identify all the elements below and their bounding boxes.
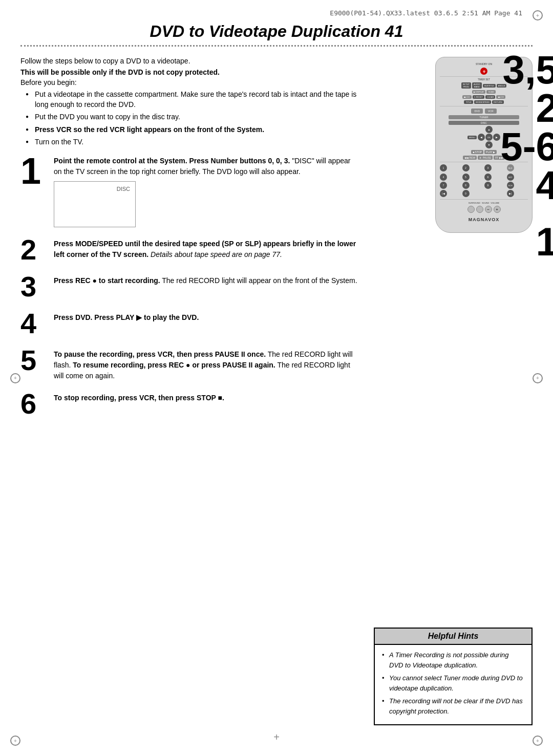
disc-display-box: DISC <box>54 181 136 227</box>
right-column: STANDBY·ON ⏻ TIMER SET SETUPPROG AUDIOBA… <box>369 57 533 426</box>
remote-pause-btn: ⏸ PAUSE <box>478 156 493 160</box>
list-item-bold: Press VCR so the red VCR light appears o… <box>26 125 358 135</box>
remote-btn-3: 3 <box>484 164 492 171</box>
remote-vol-down-btn: − <box>485 206 492 213</box>
step-6: 6 To stop recording, press VCR, then pre… <box>20 390 358 418</box>
remote-up-btn: ▲ <box>485 126 493 133</box>
helpful-hints-box: Helpful Hints A Timer Recording is not p… <box>374 628 533 725</box>
bottom-crosshair: + <box>273 731 280 743</box>
step-5: 5 To pause the recording, press VCR, the… <box>20 346 358 381</box>
list-item: Put the DVD you want to copy in the disc… <box>26 112 358 122</box>
crop-mark-bottom-left: + <box>10 736 20 746</box>
step-number-3: 3 <box>20 272 46 301</box>
step-3: 3 Press REC ● to start recording. The re… <box>20 272 358 301</box>
remote-display-btn: ▶ DISPLAY <box>472 90 486 94</box>
remote-btn-6: 6 <box>484 174 492 181</box>
main-content: Follow the steps below to copy a DVD to … <box>0 47 553 426</box>
crop-mark-mid-right: + <box>533 373 543 383</box>
remote-creset-btn: C.RESET <box>473 95 484 99</box>
remote-brand: MAGNAVOX <box>440 217 528 222</box>
step-number-4: 4 <box>20 309 46 338</box>
file-header: E9000(P01-54).QX33.latest 03.6.5 2:51 AM… <box>0 0 553 17</box>
hint-item-1: A Timer Recording is not possible during… <box>382 650 524 670</box>
remote-menu-btn: MENU <box>467 136 477 139</box>
step-4: 4 Press DVD. Press PLAY ▶ to play the DV… <box>20 309 358 338</box>
remote-title-btn: TITLE <box>464 100 473 104</box>
remote-tuner-btn: TUNER <box>449 115 519 119</box>
file-info-text: E9000(P01-54).QX33.latest 03.6.5 2:51 AM… <box>330 9 522 17</box>
before-begin-list: Put a videotape in the cassette compartm… <box>20 90 358 147</box>
step-3-content: Press REC ● to start recording. The red … <box>54 272 358 286</box>
remote-btn-prev-track: |◀ <box>440 190 447 197</box>
step-number-1: 1 <box>20 153 46 189</box>
crop-mark-top-right: + <box>533 10 543 20</box>
intro-line3: Before you begin: <box>20 78 358 87</box>
remote-scan-btn: SCAN <box>486 90 496 94</box>
step-2: 2 Press MODE/SPEED until the desired tap… <box>20 235 358 264</box>
hint-item-2: You cannot select Tuner mode during DVD … <box>382 673 524 693</box>
remote-left-btn: ◀ <box>478 134 485 141</box>
intro-line1: Follow the steps below to copy a DVD to … <box>20 57 358 65</box>
remote-return-btn: RETURN <box>492 100 504 104</box>
remote-sound-btn <box>476 206 483 213</box>
step-number-5: 5 <box>20 346 46 375</box>
disc-label: DISC <box>117 185 130 193</box>
remote-down-btn: ▼ <box>485 141 493 148</box>
remote-btn-1: 1 <box>440 164 447 171</box>
remote-play-btn: PLAY ▶ <box>484 150 497 154</box>
step-1-text: Point the remote control at the System. … <box>54 157 350 176</box>
crop-mark-bottom-right: + <box>533 736 543 746</box>
remote-disc-btn: DISC <box>449 121 519 125</box>
steps-container: 1 Point the remote control at the System… <box>20 153 358 418</box>
remote-rew-btn: ◀◀ REW <box>463 156 477 160</box>
remote-right-btn: ▶ <box>493 134 500 141</box>
helpful-hints-body: A Timer Recording is not possible during… <box>375 645 531 724</box>
remote-control: STANDBY·ON ⏻ TIMER SET SETUPPROG AUDIOBA… <box>435 57 533 233</box>
remote-btn-8: 8 <box>462 182 470 189</box>
remote-btn-9: 9 <box>484 182 492 189</box>
list-item: Turn on the TV. <box>26 137 358 147</box>
remote-modespeed-btn: MODE/SPEED <box>474 100 491 104</box>
remote-angle-btn: ANGLE <box>497 84 507 88</box>
remote-stop-btn: ■ STOP <box>471 150 483 154</box>
crop-mark-mid-left: + <box>10 373 20 383</box>
remote-btn-next-track: ▶| <box>507 190 514 197</box>
step-1-content: Point the remote control at the System. … <box>54 153 358 227</box>
remote-ok-btn: OK <box>485 134 493 141</box>
remote-standby-btn: ⏻ <box>480 68 487 75</box>
remote-btn-7: 7 <box>440 182 447 189</box>
step-2-content: Press MODE/SPEED until the desired tape … <box>54 235 358 260</box>
remote-btn-4: 4 <box>440 174 447 181</box>
remote-btn-search: SCH <box>507 182 514 189</box>
step-1: 1 Point the remote control at the System… <box>20 153 358 227</box>
remote-audio-btn: AUDIOBAND <box>472 82 482 89</box>
step-6-content: To stop recording, press VCR, then press… <box>54 390 358 403</box>
remote-skip-next-btn: ⏭ CH <box>496 95 505 99</box>
remote-vcr-btn: VCR <box>485 109 497 114</box>
remote-vol-up-btn: + <box>494 206 501 213</box>
intro-line2: This will be possible only if the DVD is… <box>20 68 358 76</box>
step-number-6: 6 <box>20 390 46 418</box>
remote-dvd-btn: DVD <box>471 109 483 114</box>
step-5-content: To pause the recording, press VCR, then … <box>54 346 358 381</box>
helpful-hints-list: A Timer Recording is not possible during… <box>382 650 524 716</box>
hint-item-3: The recording will not be clear if the D… <box>382 696 524 716</box>
remote-btn-slide: SLD <box>507 164 514 171</box>
remote-btn-5: 5 <box>462 174 470 181</box>
remote-btn-0: 0 <box>462 190 470 197</box>
remote-skip-prev-btn: ⏮ CH <box>462 95 472 99</box>
remote-subtitle-btn: SUBTITLE <box>483 84 496 88</box>
remote-btn-2: 2 <box>462 164 470 171</box>
left-column: Follow the steps below to copy a DVD to … <box>20 57 358 426</box>
remote-clear-btn: CLEAR <box>485 95 495 99</box>
helpful-hints-title: Helpful Hints <box>375 629 531 645</box>
list-item: Put a videotape in the cassette compartm… <box>26 90 358 110</box>
remote-btn-sort: SRT <box>507 174 514 181</box>
remote-setup-btn: SETUPPROG <box>461 82 471 89</box>
remote-surround-btn <box>467 206 475 213</box>
step-4-content: Press DVD. Press PLAY ▶ to play the DVD. <box>54 309 358 323</box>
remote-ff-btn: FF ▶▶ <box>494 156 505 160</box>
step-number-2: 2 <box>20 235 46 264</box>
page-title: DVD to Videotape Duplication 41 <box>20 17 533 47</box>
